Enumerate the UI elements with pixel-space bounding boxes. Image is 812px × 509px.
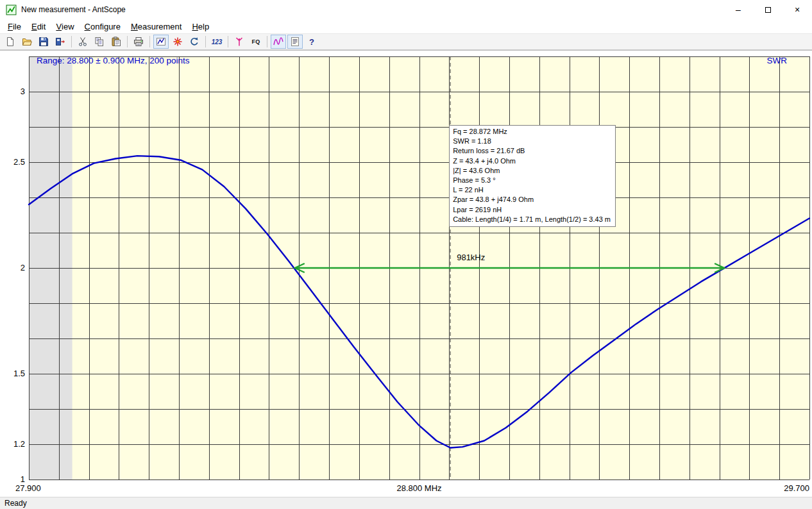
cursor-info-line: Fq = 28.872 MHz	[453, 127, 611, 137]
status-text: Ready	[4, 499, 27, 508]
menu-edit[interactable]: Edit	[26, 19, 51, 33]
numeric-view-button[interactable]: 123	[209, 35, 224, 49]
paste-button[interactable]	[108, 35, 124, 49]
swr-chart-area[interactable]: Range: 28.800 ± 0.900 MHz, 200 points SW…	[0, 50, 812, 497]
rescan-button[interactable]	[187, 35, 202, 49]
copy-button[interactable]	[92, 35, 107, 49]
window-title: New measurement - AntScope	[21, 5, 723, 14]
antscope-window: New measurement - AntScope – × FileEditV…	[0, 0, 812, 509]
window-controls: – ×	[723, 0, 812, 19]
cursor-info-line: Lpar = 2619 nH	[453, 205, 611, 215]
cursor-info-line: L = 22 nH	[453, 185, 611, 195]
cut-icon	[78, 37, 88, 47]
wave-icon	[273, 37, 283, 47]
cursor-info-line: Zpar = 43.8 + j474.9 Ohm	[453, 195, 611, 204]
maximize-button[interactable]	[753, 0, 782, 19]
open-folder-icon	[22, 37, 32, 47]
open-file-button[interactable]	[19, 35, 35, 49]
toolbar-separator	[71, 36, 72, 47]
toolbar-separator	[205, 36, 206, 47]
list-icon	[290, 37, 300, 47]
export-data-button[interactable]	[53, 35, 68, 49]
toolbar-separator	[267, 36, 267, 47]
refresh-icon	[189, 37, 199, 47]
series-label: SWR	[767, 56, 788, 65]
menu-measurement[interactable]: Measurement	[126, 19, 187, 33]
menubar: FileEditViewConfigureMeasurementHelp	[0, 19, 812, 33]
report-view-button[interactable]	[287, 35, 303, 49]
copy-icon	[94, 37, 105, 47]
new-measurement-button[interactable]	[3, 35, 18, 49]
new-document-icon	[5, 37, 15, 47]
print-button[interactable]	[131, 35, 146, 49]
cursor-info-line: Return loss = 21.67 dB	[453, 146, 611, 156]
titlebar: New measurement - AntScope – ×	[0, 0, 812, 19]
toolbar: 123FQ?	[0, 33, 812, 50]
chart-view-button[interactable]	[153, 35, 169, 49]
statusbar: Ready	[0, 497, 812, 509]
save-file-button[interactable]	[36, 35, 51, 49]
num123-icon: 123	[212, 38, 223, 46]
cursor-info-line: SWR = 1.18	[453, 137, 611, 146]
bandwidth-label: 981kHz	[457, 253, 485, 262]
antenna-icon	[234, 37, 244, 47]
help-about-button[interactable]: ?	[304, 35, 319, 49]
minimize-button[interactable]: –	[723, 0, 753, 19]
menu-view[interactable]: View	[51, 19, 79, 33]
chart-icon	[156, 37, 166, 47]
app-icon	[6, 4, 17, 15]
stop-measurement-button[interactable]	[170, 35, 185, 49]
antenna-settings-button[interactable]	[232, 35, 247, 49]
burst-icon	[173, 37, 183, 47]
menu-configure[interactable]: Configure	[80, 19, 126, 33]
swr-plot[interactable]	[0, 50, 812, 497]
toolbar-separator	[149, 36, 150, 47]
cut-button[interactable]	[75, 35, 90, 49]
toolbar-separator	[127, 36, 128, 47]
cursor-info-line: Phase = 5.3 °	[453, 176, 611, 185]
help-icon: ?	[309, 37, 314, 47]
frequency-settings-button[interactable]: FQ	[248, 35, 264, 49]
fq-icon: FQ	[251, 38, 260, 45]
waveform-view-button[interactable]	[271, 35, 286, 49]
cursor-info-box: Fq = 28.872 MHzSWR = 1.18Return loss = 2…	[449, 125, 616, 227]
print-icon	[133, 37, 144, 47]
close-button[interactable]: ×	[782, 0, 812, 19]
maximize-icon	[765, 7, 771, 13]
paste-icon	[111, 37, 121, 47]
save-icon	[38, 37, 49, 47]
range-label: Range: 28.800 ± 0.900 MHz, 200 points	[37, 56, 190, 65]
menu-help[interactable]: Help	[187, 19, 214, 33]
menu-file[interactable]: File	[3, 19, 26, 33]
cursor-info-line: Z = 43.4 + j4.0 Ohm	[453, 156, 611, 166]
export-icon	[55, 37, 65, 47]
toolbar-separator	[228, 36, 228, 47]
cursor-info-line: |Z| = 43.6 Ohm	[453, 166, 611, 176]
cursor-info-line: Cable: Length(1/4) = 1.71 m, Length(1/2)…	[453, 215, 611, 224]
